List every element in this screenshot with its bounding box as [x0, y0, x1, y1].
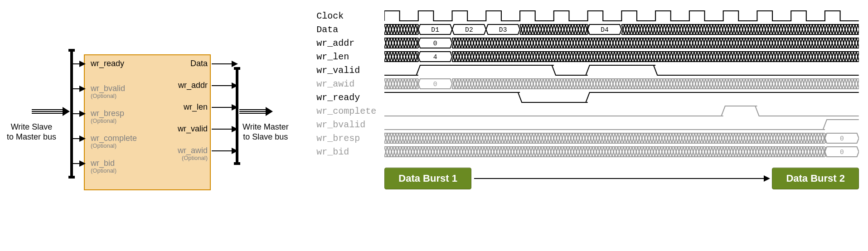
output-port-wr_valid: wr_valid	[178, 124, 208, 134]
input-port-wr_bresp: wr_bresp(Optional)	[91, 109, 124, 124]
signal-row-Data: DataD1D2D3D4	[316, 23, 859, 36]
svg-text:D3: D3	[499, 26, 507, 34]
signal-row-Clock: Clock	[316, 9, 859, 23]
output-port-Data: Data	[190, 59, 208, 68]
output-port-wr_len: wr_len	[184, 102, 208, 112]
input-port-wr_bvalid: wr_bvalid(Optional)	[91, 84, 125, 99]
svg-text:0: 0	[433, 40, 437, 47]
ext-out-label: Write Masterto Slave bus	[242, 122, 289, 142]
signal-row-wr_bvalid: wr_bvalid	[316, 118, 859, 131]
signal-label: Data	[316, 24, 375, 35]
signal-row-wr_awid: wr_awid0	[316, 77, 859, 91]
svg-text:4: 4	[433, 53, 437, 61]
signal-label: wr_bid	[316, 147, 375, 157]
burst-2: Data Burst 2	[772, 168, 859, 189]
svg-text:0: 0	[840, 149, 844, 156]
svg-text:0: 0	[433, 81, 437, 88]
burst-arrow	[474, 178, 770, 179]
signal-label: wr_ready	[316, 92, 375, 103]
output-port-wr_awid: wr_awid(Optional)	[178, 146, 208, 161]
signal-row-wr_bid: wr_bid0	[316, 145, 859, 159]
signal-label: wr_awid	[316, 79, 375, 89]
burst-bar: Data Burst 1 Data Burst 2	[384, 168, 859, 189]
burst-1: Data Burst 1	[384, 168, 471, 189]
signal-row-wr_valid: wr_valid	[316, 63, 859, 77]
signal-wave	[384, 119, 859, 130]
signal-row-wr_bresp: wr_bresp0	[316, 131, 859, 145]
signal-wave	[384, 105, 859, 117]
signal-wave: 0	[384, 146, 859, 158]
signal-wave: 4	[384, 51, 859, 63]
signal-label: wr_addr	[316, 38, 375, 48]
signal-label: wr_bvalid	[316, 120, 375, 130]
signal-label: Clock	[316, 11, 375, 21]
signal-wave	[384, 64, 859, 76]
signal-wave: D1D2D3D4	[384, 24, 859, 35]
signal-label: wr_complete	[316, 106, 375, 116]
signal-row-wr_addr: wr_addr0	[316, 36, 859, 50]
signal-row-wr_ready: wr_ready	[316, 91, 859, 104]
signal-wave: 0	[384, 132, 859, 144]
signal-label: wr_bresp	[316, 133, 375, 144]
signal-label: wr_valid	[316, 65, 375, 76]
signal-wave	[384, 92, 859, 103]
input-port-wr_bid: wr_bid(Optional)	[91, 159, 116, 174]
signal-row-wr_len: wr_len4	[316, 50, 859, 63]
signal-label: wr_len	[316, 52, 375, 62]
signal-wave	[384, 10, 859, 22]
output-port-wr_addr: wr_addr	[178, 81, 208, 90]
input-port-wr_ready: wr_ready	[91, 59, 124, 68]
svg-text:D2: D2	[465, 26, 473, 34]
timing-diagram: ClockDataD1D2D3D4wr_addr0wr_len4wr_valid…	[316, 9, 859, 242]
ext-in-label: Write Slaveto Master bus	[7, 122, 56, 142]
signal-wave: 0	[384, 37, 859, 49]
block-diagram: Write Slaveto Master bus Write Masterto …	[9, 32, 289, 204]
input-port-wr_complete: wr_complete(Optional)	[91, 134, 137, 149]
svg-text:0: 0	[840, 135, 844, 142]
signal-wave: 0	[384, 78, 859, 90]
svg-text:D4: D4	[601, 26, 609, 34]
signal-row-wr_complete: wr_complete	[316, 104, 859, 118]
svg-text:D1: D1	[432, 26, 440, 34]
